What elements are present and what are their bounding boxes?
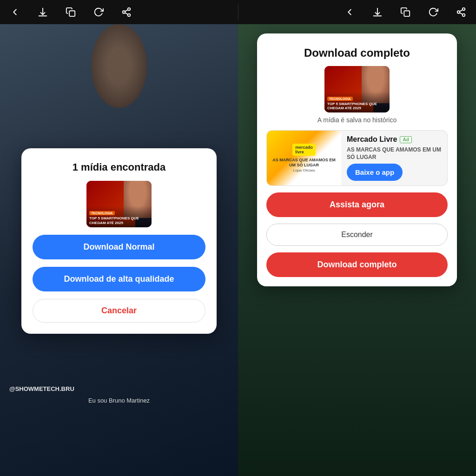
baixar-app-button[interactable]: Baixe o app — [347, 164, 403, 181]
svg-line-13 — [460, 10, 463, 12]
svg-line-12 — [460, 13, 463, 14]
copy-icon-left[interactable] — [63, 5, 78, 20]
ad-info: Mercado Livre Ad AS MARCAS QUE AMAMOS EM… — [341, 131, 447, 185]
ad-banner-sub: Lojas Oficiais — [293, 168, 315, 172]
modal-right-title: Download completo — [304, 46, 410, 60]
ad-badge: Ad — [400, 136, 411, 143]
svg-line-5 — [125, 13, 128, 14]
top-bar-right — [238, 5, 469, 20]
thumb-badge-right: TECNOLOGIA — [327, 97, 353, 101]
hide-button[interactable]: Esconder — [266, 224, 448, 246]
watch-now-button[interactable]: Assista agora — [266, 192, 448, 217]
panel-right: Download completo TECNOLOGIA TOP 5 SMART… — [238, 24, 476, 476]
modal-right: Download completo TECNOLOGIA TOP 5 SMART… — [257, 33, 457, 286]
modal-left: 1 mídia encontrada TECNOLOGIA TOP 5 SMAR… — [21, 148, 217, 334]
thumb-title-right: TOP 5 SMARTPHONES QUE CHEGAM ATÉ 2025 — [327, 102, 387, 111]
download-icon-right[interactable] — [370, 5, 385, 20]
top-bar — [0, 0, 476, 24]
download-complete-button[interactable]: Download completo — [266, 252, 448, 277]
back-icon-left[interactable] — [7, 5, 22, 20]
download-hq-button[interactable]: Download de alta qualidade — [33, 267, 205, 291]
share-icon-right[interactable] — [454, 5, 469, 20]
modal-left-title: 1 mídia encontrada — [73, 161, 166, 173]
thumb-overlay-right: TECNOLOGIA TOP 5 SMARTPHONES QUE CHEGAM … — [324, 92, 390, 112]
ad-card: mercadolivre AS MARCAS QUE AMAMOS EM UM … — [266, 130, 448, 186]
mercado-logo: mercadolivre — [292, 144, 316, 156]
svg-rect-1 — [69, 11, 75, 16]
thumb-overlay: TECNOLOGIA TOP 5 SMARTPHONES QUE CHEGAM … — [86, 206, 152, 227]
share-icon-left[interactable] — [119, 5, 134, 20]
thumb-content-right: TECNOLOGIA TOP 5 SMARTPHONES QUE CHEGAM … — [324, 66, 390, 112]
main-content: @SHOWMETECH.BRU Eu sou Bruno Martinez 1 … — [0, 24, 476, 476]
subtitle-text: A mídia é salva no histórico — [317, 116, 397, 124]
watermark-text: @SHOWMETECH.BRU — [9, 385, 74, 392]
thumb-title-left: TOP 5 SMARTPHONES QUE CHEGAM ATÉ 2025 — [89, 216, 149, 225]
svg-line-6 — [125, 10, 128, 12]
svg-rect-8 — [404, 11, 410, 16]
ad-brand-name: Mercado Livre — [347, 135, 397, 144]
thumb-content-left: TECNOLOGIA TOP 5 SMARTPHONES QUE CHEGAM … — [86, 181, 152, 227]
back-icon-right[interactable] — [342, 5, 357, 20]
top-bar-left — [7, 5, 238, 20]
thumb-badge-left: TECNOLOGIA — [89, 211, 115, 215]
refresh-icon-right[interactable] — [426, 5, 441, 20]
ad-description: AS MARCAS QUE AMAMOS EM UM SÓ LUGAR — [347, 146, 442, 161]
download-normal-button[interactable]: Download Normal — [33, 235, 205, 259]
ad-image-content: mercadolivre AS MARCAS QUE AMAMOS EM UM … — [267, 131, 341, 185]
media-thumbnail-right: TECNOLOGIA TOP 5 SMARTPHONES QUE CHEGAM … — [324, 66, 390, 112]
caption-text: Eu sou Bruno Martinez — [0, 397, 238, 404]
cancel-button[interactable]: Cancelar — [33, 299, 205, 323]
panel-left: @SHOWMETECH.BRU Eu sou Bruno Martinez 1 … — [0, 24, 238, 476]
ad-brand-row: Mercado Livre Ad — [347, 135, 442, 144]
ad-image: mercadolivre AS MARCAS QUE AMAMOS EM UM … — [267, 131, 341, 185]
refresh-icon-left[interactable] — [91, 5, 106, 20]
download-icon-left[interactable] — [35, 5, 50, 20]
copy-icon-right[interactable] — [398, 5, 413, 20]
ad-banner-text: AS MARCAS QUE AMAMOS EM UM SÓ LUGAR — [271, 158, 337, 168]
media-thumbnail-left: TECNOLOGIA TOP 5 SMARTPHONES QUE CHEGAM … — [86, 181, 152, 227]
